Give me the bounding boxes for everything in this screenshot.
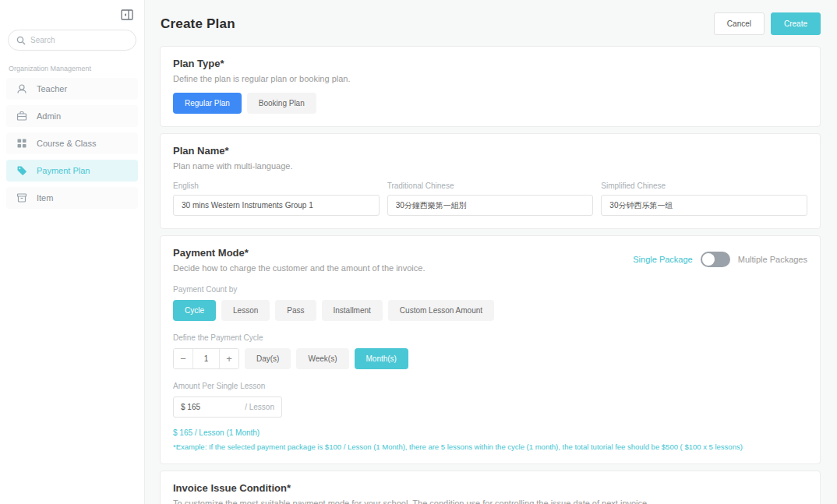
cycle-stepper: − +: [173, 348, 239, 369]
sidebar-item-label: Item: [37, 193, 53, 203]
cycle-plus-button[interactable]: +: [219, 349, 238, 368]
plan-name-description: Plan name with multi-language.: [173, 161, 807, 171]
payment-example-text: *Example: If the selected payment packag…: [173, 442, 807, 451]
sidebar-item-admin[interactable]: Admin: [6, 105, 138, 127]
cycle-unit-weeks-button[interactable]: Week(s): [296, 348, 348, 369]
plan-name-title: Plan Name*: [173, 145, 807, 157]
search-box[interactable]: [8, 30, 136, 51]
plan-type-description: Define the plan is regular plan or booki…: [173, 74, 807, 83]
plan-type-regular-button[interactable]: Regular Plan: [173, 93, 242, 114]
payment-summary-text: $ 165 / Lesson (1 Month): [173, 428, 807, 437]
course-class-icon: [16, 138, 27, 150]
page-header: Create Plan Cancel Create: [145, 0, 837, 46]
payment-count-by-label: Payment Count by: [173, 285, 807, 294]
search-input[interactable]: [30, 36, 116, 44]
admin-icon: [16, 111, 27, 122]
toggle-knob: [702, 253, 715, 266]
payment-mode-description: Decide how to charge the customer and th…: [173, 263, 425, 273]
plan-name-simplified-chinese-input[interactable]: [601, 195, 807, 216]
amount-suffix: / Lesson: [245, 403, 274, 411]
teacher-icon: [16, 83, 27, 95]
plan-name-simplified-chinese-label: Simplified Chinese: [601, 182, 807, 190]
create-button[interactable]: Create: [771, 12, 821, 35]
plan-name-english-input[interactable]: [173, 195, 380, 216]
invoice-issue-title: Invoice Issue Condition*: [173, 482, 807, 494]
plan-name-english-label: English: [173, 182, 380, 190]
invoice-issue-condition-section: Invoice Issue Condition* To customize th…: [160, 471, 821, 504]
sidebar-item-label: Payment Plan: [37, 166, 90, 175]
collapse-sidebar-icon[interactable]: [121, 9, 133, 20]
app-window: Organization Management Teacher Admin: [0, 0, 837, 504]
count-by-custom-lesson-amount-button[interactable]: Custom Lesson Amount: [388, 300, 494, 321]
search-icon: [16, 36, 26, 45]
plan-name-traditional-chinese-input[interactable]: [387, 195, 594, 216]
cancel-button[interactable]: Cancel: [714, 12, 765, 35]
multiple-packages-label: Multiple Packages: [738, 255, 807, 264]
invoice-issue-description: To customize the most suitable payment m…: [173, 499, 807, 504]
payment-mode-section: Payment Mode* Decide how to charge the c…: [160, 235, 821, 464]
amount-per-single-lesson-label: Amount Per Single Lesson: [173, 382, 807, 390]
sidebar-item-label: Course & Class: [37, 139, 96, 148]
sidebar-item-payment-plan[interactable]: Payment Plan: [6, 160, 138, 182]
plan-type-booking-button[interactable]: Booking Plan: [247, 93, 316, 114]
payment-plan-icon: [16, 165, 27, 177]
plan-name-traditional-chinese-label: Traditional Chinese: [387, 182, 594, 190]
sidebar-nav: Teacher Admin Course & Class: [0, 78, 144, 209]
plan-type-section: Plan Type* Define the plan is regular pl…: [160, 46, 821, 127]
count-by-installment-button[interactable]: Installment: [322, 300, 383, 321]
payment-cycle-label: Define the Payment Cycle: [173, 333, 807, 342]
single-package-label: Single Package: [633, 255, 692, 264]
cycle-unit-days-button[interactable]: Day(s): [245, 348, 291, 369]
amount-per-lesson-field[interactable]: $ 165 / Lesson: [173, 397, 282, 418]
cycle-value-input[interactable]: [193, 349, 219, 368]
sidebar-item-teacher[interactable]: Teacher: [6, 78, 138, 100]
plan-type-title: Plan Type*: [173, 58, 807, 69]
sidebar-item-label: Admin: [37, 111, 61, 121]
main-content: Create Plan Cancel Create Plan Type* Def…: [145, 0, 837, 504]
item-icon: [16, 192, 27, 204]
payment-mode-title: Payment Mode*: [173, 247, 425, 259]
cycle-minus-button[interactable]: −: [174, 349, 193, 368]
cycle-unit-months-button[interactable]: Month(s): [355, 348, 408, 369]
sidebar-section-label: Organization Management: [9, 65, 144, 72]
count-by-cycle-button[interactable]: Cycle: [173, 300, 216, 321]
count-by-pass-button[interactable]: Pass: [275, 300, 316, 321]
count-by-lesson-button[interactable]: Lesson: [221, 300, 270, 321]
sidebar: Organization Management Teacher Admin: [0, 0, 145, 504]
package-toggle[interactable]: [701, 252, 730, 267]
sidebar-item-item[interactable]: Item: [6, 187, 138, 209]
sidebar-item-label: Teacher: [37, 84, 67, 93]
plan-name-section: Plan Name* Plan name with multi-language…: [160, 133, 821, 229]
amount-value: $ 165: [181, 403, 200, 411]
page-title: Create Plan: [161, 16, 235, 32]
sidebar-item-course-class[interactable]: Course & Class: [6, 132, 138, 154]
